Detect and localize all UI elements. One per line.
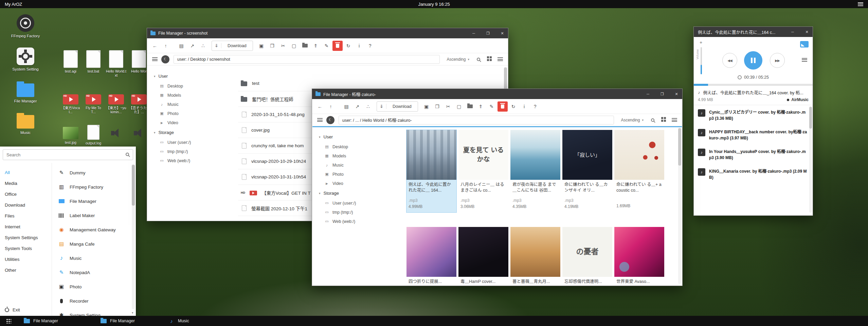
exit-button[interactable]: Exit: [5, 307, 20, 312]
close-button[interactable]: ✕: [496, 28, 508, 38]
playlist-menu-button[interactable]: [802, 58, 807, 62]
list-toggle-button[interactable]: [315, 116, 324, 124]
up-button[interactable]: ↑: [326, 101, 336, 112]
file-tile[interactable]: 例えば、今此処に置かれた花に＿ 164... .mp3 4.99MB: [406, 130, 456, 212]
taskbar-task-music[interactable]: Music: [168, 316, 213, 326]
list-toggle-button[interactable]: [150, 55, 159, 64]
category-item[interactable]: Utilities: [0, 254, 52, 265]
sidebar-item[interactable]: tmp (tmp:/): [154, 147, 233, 156]
help-button[interactable]: ?: [530, 101, 540, 112]
pause-button[interactable]: [744, 51, 762, 70]
file-tile[interactable]: 世界東愛 Avaso...: [614, 227, 664, 285]
sidebar-section-user[interactable]: ▾ User: [319, 134, 398, 139]
list-view-button[interactable]: [670, 116, 679, 124]
output-device[interactable]: AirMusic: [787, 97, 809, 102]
back-button[interactable]: ←: [150, 41, 160, 51]
maximize-button[interactable]: ❐: [482, 28, 494, 38]
delete-button[interactable]: [332, 41, 343, 51]
file-tile[interactable]: 「寂しい」 命に嫌われてい る＿カンザキイ オリ... .mp3 4.19MB: [562, 130, 612, 212]
desktop-file[interactable]: test.agi: [60, 50, 82, 77]
sidebar-item[interactable]: Photo: [154, 109, 233, 118]
progress-bar[interactable]: [694, 84, 813, 86]
app-item[interactable]: Photo: [52, 280, 131, 294]
close-button[interactable]: ✕: [671, 89, 682, 99]
refresh-button[interactable]: ↻: [508, 101, 519, 112]
back-button[interactable]: ←: [315, 101, 325, 112]
window-titlebar[interactable]: File Manager - 柘榴-zakuro- ─ ❐ ✕: [312, 89, 682, 99]
address-bar[interactable]: user: / ... / Hello World / 柘榴-zakuro-: [339, 116, 614, 124]
desktop-file[interactable]: Fly Me To T...: [83, 90, 104, 114]
dark-mode-button[interactable]: ☾: [326, 116, 334, 124]
refresh-button[interactable]: ↻: [343, 41, 354, 51]
desktop-icon[interactable]: Music: [5, 112, 46, 135]
file-tile[interactable]: 夏を見て いるかな 八月のレイニー＿ はるまきごはん co... .mp3 3.…: [458, 130, 508, 212]
desktop-file[interactable]: [105, 125, 127, 145]
properties-button[interactable]: i: [519, 101, 529, 112]
desktop-file[interactable]: output.log: [83, 125, 104, 145]
previous-track-button[interactable]: ◀◀: [722, 53, 737, 68]
playlist-item[interactable]: Cynic＿ポリスピカデリー cover. by 柘榴-zakuro-.mp3 …: [694, 106, 809, 125]
sidebar-item[interactable]: Models: [154, 91, 233, 100]
top-menu-button[interactable]: [761, 2, 863, 6]
next-track-button[interactable]: ▶▶: [770, 53, 785, 68]
category-item[interactable]: Download: [0, 199, 52, 210]
playlist-scrollbar[interactable]: [809, 106, 812, 213]
list-view-button[interactable]: [496, 55, 505, 64]
app-item[interactable]: FFmpeg Factory: [52, 180, 131, 194]
file-tile[interactable]: 薔と薔薇＿青丸月...: [510, 227, 560, 285]
up-button[interactable]: ↑: [161, 41, 171, 51]
paste-button[interactable]: ▣: [256, 41, 267, 51]
app-grid-button[interactable]: [3, 316, 14, 326]
upload-button[interactable]: ⇑: [476, 101, 486, 112]
volume-up-button[interactable]: +: [700, 40, 702, 45]
copy-button[interactable]: ❐: [267, 41, 277, 51]
app-list-scrollbar[interactable]: ▾: [132, 164, 135, 309]
minimize-button[interactable]: ─: [468, 28, 480, 38]
playlist-item[interactable]: KING＿Kanaria cover. by 柘榴-zakuro-.mp3 (2…: [694, 165, 809, 184]
category-item[interactable]: Files: [0, 210, 52, 221]
desktop-file[interactable]: 【東方】~yukimin...: [105, 90, 127, 114]
maximize-button[interactable]: ❐: [656, 89, 668, 99]
scrollbar-thumb[interactable]: [678, 128, 681, 166]
sidebar-item[interactable]: User (user:/): [154, 138, 233, 147]
file-tile[interactable]: 君が夜の海に還る まで＿こんにちは 谷田... .mp3 4.35MB: [510, 130, 560, 212]
sidebar-item[interactable]: Music: [319, 160, 398, 170]
grid-view-button[interactable]: [659, 116, 668, 124]
open-button[interactable]: ▤: [176, 41, 186, 51]
sidebar-item[interactable]: Models: [319, 151, 398, 160]
category-item[interactable]: Media: [0, 178, 52, 189]
open-button[interactable]: ▤: [341, 101, 351, 112]
share-button[interactable]: ∴: [363, 101, 373, 112]
category-item[interactable]: System Settings: [0, 232, 52, 243]
grid-view-button[interactable]: [485, 55, 494, 64]
app-item[interactable]: System Setting: [52, 308, 131, 316]
system-brand[interactable]: My ArOZ: [5, 2, 107, 7]
minimize-button[interactable]: ─: [787, 27, 798, 37]
dark-mode-button[interactable]: ☾: [161, 55, 169, 63]
desktop-file[interactable]: 【東方Vocal...: [60, 90, 82, 114]
app-item[interactable]: Music: [52, 251, 131, 265]
taskbar-task-file-manager-2[interactable]: File Manager: [101, 316, 145, 326]
window-titlebar[interactable]: 例えば、今此処に置かれた花に＿164 c... ─ ✕: [694, 27, 813, 37]
cast-button[interactable]: [800, 41, 809, 47]
sort-order-select[interactable]: Ascending ▾: [618, 118, 646, 122]
file-tile[interactable]: 毒＿HamP cover...: [458, 227, 508, 285]
sidebar-section-storage[interactable]: ▾ Storage: [154, 130, 233, 135]
category-item[interactable]: All: [0, 167, 52, 178]
file-tile[interactable]: の憂者 忘却感傷代償連明...: [562, 227, 612, 285]
download-button[interactable]: ⇓ Download: [212, 41, 253, 51]
sidebar-item[interactable]: Web (web:/): [154, 156, 233, 165]
upload-button[interactable]: ⇑: [311, 41, 321, 51]
new-file-button[interactable]: ▢: [289, 41, 299, 51]
close-button[interactable]: ✕: [801, 27, 813, 37]
desktop-icon[interactable]: FFmpeg Factory: [5, 14, 46, 39]
taskbar-task-file-manager[interactable]: File Manager: [24, 316, 68, 326]
category-item[interactable]: Internet: [0, 221, 52, 232]
new-folder-button[interactable]: [465, 101, 475, 112]
category-item[interactable]: Office: [0, 189, 52, 199]
category-item[interactable]: System Tools: [0, 243, 52, 254]
sidebar-item[interactable]: Music: [154, 100, 233, 109]
rename-button[interactable]: ✎: [487, 101, 497, 112]
sidebar-item[interactable]: Video: [319, 179, 398, 188]
properties-button[interactable]: i: [354, 41, 364, 51]
